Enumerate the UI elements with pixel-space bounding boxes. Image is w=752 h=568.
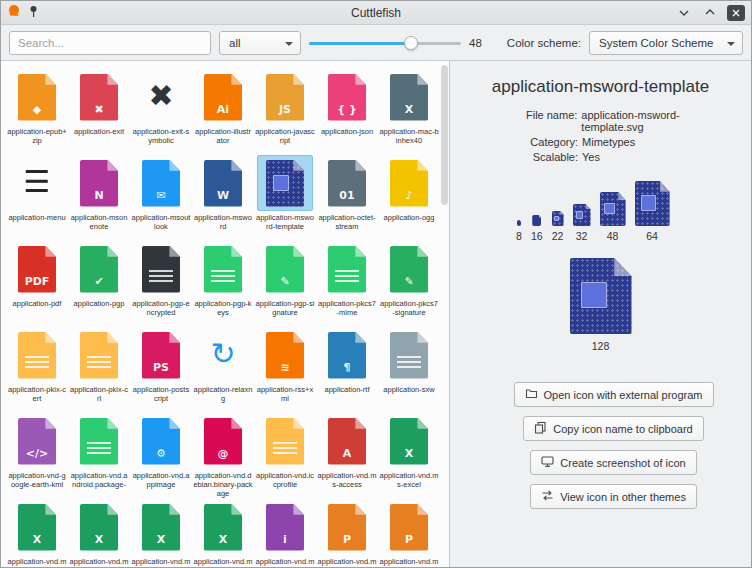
create-screenshot-of-icon-button[interactable]: Create screenshot of icon [530,450,696,475]
icon-grid-item[interactable]: Xapplication-mac-binhex40 [378,69,440,155]
icon-grid-item[interactable]: Papplication-vnd.ms-powerpoint [316,499,378,567]
doc-inner-pattern [641,195,656,210]
main-content: ◆application-epub+zip✖application-exit✖a… [1,61,751,567]
category-filter-dropdown[interactable]: all [219,31,301,55]
icon-label: application-pkcs7-mime [317,299,377,317]
icon-grid-item[interactable]: ☰application-menu [6,155,68,241]
icon-thumb: ♪ [381,155,437,211]
icon-grid-item[interactable]: JSapplication-javascript [254,69,316,155]
open-icon-with-external-program-button[interactable]: Open icon with external program [514,382,714,407]
icon-grid-item[interactable]: Papplication-vnd.ms-powerpoint.a [378,499,440,567]
detail-field: File name:application-msword-template.sv… [474,109,741,133]
application-javascript-icon: JS [266,74,304,121]
icon-label: application-vnd.android.package- [69,471,129,489]
icon-thumb: W [195,155,251,211]
icon-grid-item[interactable]: application-pgp-encrypted [130,241,192,327]
icon-label: application-vnd.appimage [131,471,191,489]
icon-grid-item[interactable]: ✖application-exit [68,69,130,155]
application-pkcs7-mime-icon [328,246,366,293]
icon-glyph: X [204,533,242,546]
icon-grid-item[interactable]: { }application-json [316,69,378,155]
app-icon [7,4,21,22]
icon-grid-item[interactable]: Aapplication-vnd.ms-access [316,413,378,499]
icon-grid-item[interactable]: Napplication-msonenote [68,155,130,241]
icon-grid-item[interactable]: application-vnd.iccprofile [254,413,316,499]
icon-glyph: JS [266,103,304,116]
field-value: Mimetypes [582,136,635,148]
icon-grid-item[interactable]: Xapplication-vnd.ms-excel.templat [192,499,254,567]
icon-thumb: P [381,499,437,555]
icon-grid-item[interactable]: ✖application-exit-symbolic [130,69,192,155]
application-mac-binhex40-icon: X [390,74,428,121]
icon-grid-item[interactable]: application-pgp-keys [192,241,254,327]
icon-label: application-pkix-cert [7,385,67,403]
size-label: 8 [516,230,522,242]
toolbar: all 48 Color scheme: System Color Scheme [1,25,751,61]
color-scheme-value: System Color Scheme [599,37,713,49]
icon-thumb: </> [9,413,65,469]
icon-grid-item[interactable]: Xapplication-vnd.ms-excel.sheet.m [130,499,192,567]
preview-32-icon [573,204,591,226]
icon-grid-item[interactable]: application-pkcs7-mime [316,241,378,327]
icon-grid-item[interactable]: 01application-octet-stream [316,155,378,241]
icon-label: application-octet-stream [317,213,377,231]
icon-grid-item[interactable]: ✔application-pgp [68,241,130,327]
slider-handle[interactable] [404,36,418,50]
icon-grid-item[interactable]: PSapplication-postscript [130,327,192,413]
icon-grid-item[interactable]: ✉application-msoutlook [130,155,192,241]
icon-grid-item[interactable]: ≋application-rss+xml [254,327,316,413]
icon-grid-item[interactable]: ◆application-epub+zip [6,69,68,155]
icon-grid-item[interactable]: application-pkix-crl [68,327,130,413]
icon-grid-item[interactable]: Aiapplication-illustrator [192,69,254,155]
color-scheme-dropdown[interactable]: System Color Scheme [589,31,743,55]
icon-label: application-vnd.ms-excel.templat [193,557,253,567]
icon-thumb [71,327,127,383]
icon-glyph: PDF [18,275,56,288]
icon-grid-item[interactable]: application-sxw [378,327,440,413]
icon-grid-item[interactable]: ⚙application-vnd.appimage [130,413,192,499]
application-octet-stream-icon: 01 [328,160,366,207]
icon-label: application-illustrator [193,127,253,145]
maximize-button[interactable] [701,5,719,21]
icon-grid-item[interactable]: Xapplication-vnd.ms-excel [378,413,440,499]
icon-glyph: A [328,447,366,460]
icon-grid-item[interactable]: Xapplication-vnd.ms-excel.sheet.bi [68,499,130,567]
icon-grid-item[interactable]: @application-vnd.debian.binary-package [192,413,254,499]
application-vnd.debian.binary-package-icon: @ [204,418,242,465]
icon-label: application-pgp [69,299,129,308]
icon-glyph: ⚙ [142,447,180,460]
icon-grid-item[interactable]: Xapplication-vnd.ms-excel.addin.m [6,499,68,567]
preview-large-icon [570,258,632,334]
application-pkix-crl-icon [80,332,118,379]
icon-grid-item[interactable]: </>application-vnd-google-earth-kml [6,413,68,499]
preview-22-icon [552,211,564,226]
icon-size-slider[interactable] [309,31,461,55]
icon-label: application-pgp-signature [255,299,315,317]
icon-grid-item[interactable]: PDFapplication-pdf [6,241,68,327]
icon-grid-item[interactable]: application-vnd.android.package- [68,413,130,499]
icon-thumb: ✉ [133,155,189,211]
icon-grid-item[interactable]: ¶application-rtf [316,327,378,413]
scrollbar[interactable] [441,65,448,205]
icon-grid-item[interactable]: application-pkix-cert [6,327,68,413]
minimize-button[interactable] [675,5,693,21]
icon-grid-item[interactable]: ✎application-pgp-signature [254,241,316,327]
icon-grid-item[interactable]: iapplication-vnd.ms-infopath [254,499,316,567]
icon-label: application-ogg [379,213,439,222]
icon-grid-item[interactable]: application-msword-template [254,155,316,241]
icon-grid-item[interactable]: ↻application-relaxng [192,327,254,413]
size-label: 48 [607,230,619,242]
pin-icon[interactable] [28,4,39,22]
application-pkix-cert-icon [18,332,56,379]
close-button[interactable] [727,5,745,21]
icon-grid-item[interactable]: ✎application-pkcs7-signature [378,241,440,327]
icon-thumb: N [71,155,127,211]
icon-glyph: ✎ [390,275,428,288]
copy-icon-name-to-clipboard-button[interactable]: Copy icon name to clipboard [523,416,703,441]
icon-grid-item[interactable]: ♪application-ogg [378,155,440,241]
search-input[interactable] [9,31,211,55]
icon-grid-item[interactable]: Wapplication-msword [192,155,254,241]
icon-glyph: ✉ [142,189,180,202]
icon-thumb: i [257,499,313,555]
view-icon-in-other-themes-button[interactable]: View icon in other themes [530,484,697,509]
